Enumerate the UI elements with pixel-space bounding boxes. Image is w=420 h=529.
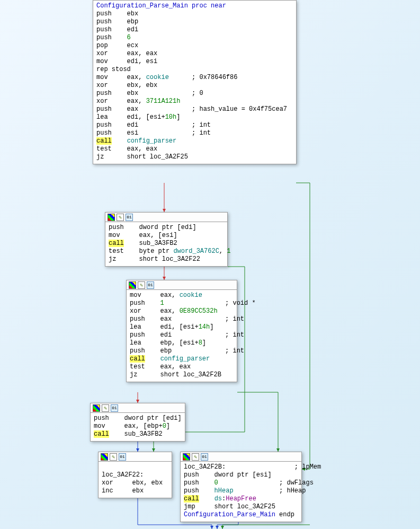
block-loc-3a2f2b: 01 loc_3A2F2B: ; lpMem push dword ptr [e… bbox=[180, 452, 302, 522]
edit-icon[interactable] bbox=[117, 214, 124, 221]
disasm-code: mov eax, cookie push 1 ; void * xor eax,… bbox=[127, 290, 237, 382]
palette-icon[interactable] bbox=[93, 404, 100, 412]
block-4: 01 push dword ptr [edi] mov eax, [ebp+0]… bbox=[90, 403, 185, 442]
palette-icon[interactable] bbox=[101, 453, 108, 461]
disasm-code: loc_3A2F2B: ; lpMem push dword ptr [esi]… bbox=[181, 462, 301, 522]
palette-icon[interactable] bbox=[129, 281, 136, 289]
disasm-code: Configuration_Parse_Main proc near push … bbox=[93, 1, 296, 164]
block-2: 01 push dword ptr [edi] mov eax, [esi] c… bbox=[105, 212, 228, 267]
disasm-code: push dword ptr [edi] mov eax, [ebp+0] ca… bbox=[91, 413, 185, 441]
edit-icon[interactable] bbox=[102, 404, 109, 412]
disasm-code: loc_3A2F22: xor ebx, ebx inc ebx bbox=[99, 462, 172, 498]
hex-icon[interactable]: 01 bbox=[119, 453, 126, 461]
palette-icon[interactable] bbox=[183, 453, 190, 461]
hex-icon[interactable]: 01 bbox=[147, 281, 154, 289]
block-header: 01 bbox=[127, 280, 237, 290]
hex-icon[interactable]: 01 bbox=[201, 453, 208, 461]
palette-icon[interactable] bbox=[108, 214, 115, 221]
edit-icon[interactable] bbox=[138, 281, 145, 289]
edit-icon[interactable] bbox=[192, 453, 199, 461]
block-header: 01 bbox=[105, 213, 227, 222]
disasm-code: push dword ptr [edi] mov eax, [esi] call… bbox=[105, 222, 227, 266]
hex-icon[interactable]: 01 bbox=[126, 214, 133, 221]
block-header: 01 bbox=[99, 452, 172, 462]
block-loc-3a2f22: 01 loc_3A2F22: xor ebx, ebx inc ebx bbox=[98, 452, 172, 498]
block-header: 01 bbox=[181, 452, 301, 462]
block-header: 01 bbox=[91, 403, 185, 413]
block-config-parse-main: Configuration_Parse_Main proc near push … bbox=[93, 0, 297, 164]
edit-icon[interactable] bbox=[110, 453, 117, 461]
hex-icon[interactable]: 01 bbox=[111, 404, 118, 412]
block-3: 01 mov eax, cookie push 1 ; void * xor e… bbox=[126, 280, 237, 382]
